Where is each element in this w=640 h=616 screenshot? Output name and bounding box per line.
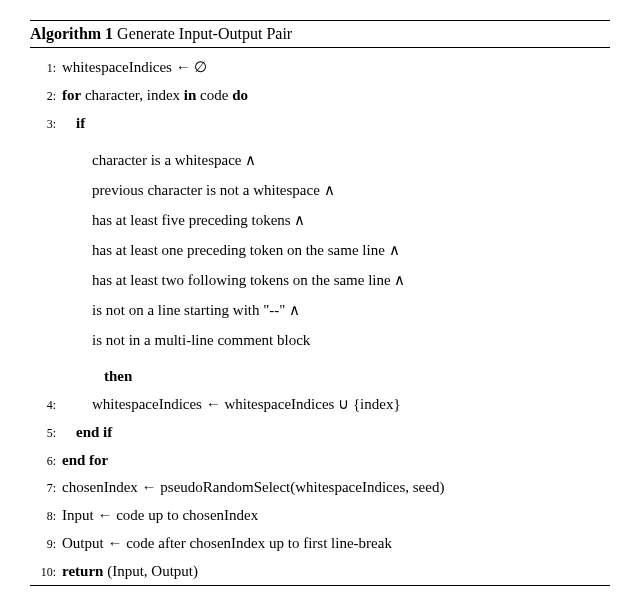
line-number: 3: bbox=[30, 113, 56, 135]
algorithm-name: Generate Input-Output Pair bbox=[117, 25, 292, 42]
line-text: Output ← code after chosenIndex up to fi… bbox=[56, 530, 610, 558]
algo-line: 4: whitespaceIndices ← whitespaceIndices… bbox=[30, 391, 610, 419]
keyword-for: for bbox=[62, 87, 81, 103]
line-text: if bbox=[56, 110, 610, 138]
condition: is not in a multi-line comment block bbox=[92, 325, 610, 355]
line-text: Input ← code up to chosenIndex bbox=[56, 502, 610, 530]
line-number: 6: bbox=[30, 450, 56, 472]
line-number: 2: bbox=[30, 85, 56, 107]
line-number: 10: bbox=[30, 561, 56, 583]
keyword-if: if bbox=[76, 115, 85, 131]
keyword-endif: end if bbox=[76, 424, 112, 440]
algorithm-block: Algorithm 1 Generate Input-Output Pair 1… bbox=[0, 0, 640, 606]
condition: is not on a line starting with "--" ∧ bbox=[92, 295, 610, 325]
line-text: chosenIndex ← pseudoRandomSelect(whitesp… bbox=[56, 474, 610, 502]
algo-line: 5: end if bbox=[30, 419, 610, 447]
line-text: return (Input, Output) bbox=[56, 558, 610, 586]
keyword-return: return bbox=[62, 563, 103, 579]
line-text: for character, index in code do bbox=[56, 82, 610, 110]
keyword-in: in bbox=[184, 87, 197, 103]
line-text: whitespaceIndices ← ∅ bbox=[56, 54, 610, 82]
line-number: 7: bbox=[30, 477, 56, 499]
line-number: 9: bbox=[30, 533, 56, 555]
keyword-then: then bbox=[104, 368, 132, 384]
algo-line: 7: chosenIndex ← pseudoRandomSelect(whit… bbox=[30, 474, 610, 502]
algo-line: 9: Output ← code after chosenIndex up to… bbox=[30, 530, 610, 558]
return-value: (Input, Output) bbox=[107, 563, 198, 579]
algorithm-number: Algorithm 1 bbox=[30, 25, 113, 42]
algo-line: 3: if bbox=[30, 110, 610, 138]
keyword-endfor: end for bbox=[62, 452, 108, 468]
line-text: end for bbox=[56, 447, 610, 475]
line-number: 5: bbox=[30, 422, 56, 444]
algo-line: 2: for character, index in code do bbox=[30, 82, 610, 110]
algo-line: 1: whitespaceIndices ← ∅ bbox=[30, 54, 610, 82]
keyword-do: do bbox=[232, 87, 248, 103]
condition: has at least one preceding token on the … bbox=[92, 235, 610, 265]
algo-line: then bbox=[30, 363, 610, 391]
condition: has at least two following tokens on the… bbox=[92, 265, 610, 295]
line-text: then bbox=[56, 363, 610, 391]
bottom-rule bbox=[30, 585, 610, 586]
algo-line: 6: end for bbox=[30, 447, 610, 475]
condition: has at least five preceding tokens ∧ bbox=[92, 205, 610, 235]
algo-line: 8: Input ← code up to chosenIndex bbox=[30, 502, 610, 530]
algo-line: 10: return (Input, Output) bbox=[30, 558, 610, 586]
line-text: whitespaceIndices ← whitespaceIndices ∪ … bbox=[56, 391, 610, 419]
line-text: end if bbox=[56, 419, 610, 447]
condition: character is a whitespace ∧ bbox=[92, 145, 610, 175]
line-number: 4: bbox=[30, 394, 56, 416]
condition: previous character is not a whitespace ∧ bbox=[92, 175, 610, 205]
line-number: 8: bbox=[30, 505, 56, 527]
for-vars: character, index bbox=[85, 87, 180, 103]
algorithm-body: 1: whitespaceIndices ← ∅ 2: for characte… bbox=[30, 48, 610, 585]
algorithm-title: Algorithm 1 Generate Input-Output Pair bbox=[30, 21, 610, 47]
condition-block: character is a whitespace ∧ previous cha… bbox=[30, 137, 610, 363]
line-number: 1: bbox=[30, 57, 56, 79]
for-iter: code bbox=[200, 87, 228, 103]
